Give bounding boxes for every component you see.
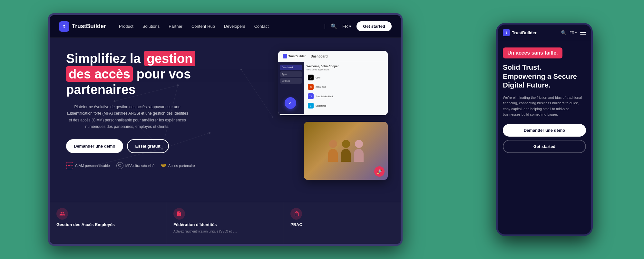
badge-partner: 🤝 Accès partenaire [161, 163, 195, 168]
badge-ciam: CIAM CIAM personnalisable [66, 162, 110, 169]
nav-divider: | [324, 24, 326, 29]
person-1 [328, 140, 338, 162]
dashboard-screenshot: TrustBuilder Dashboard Dashboard Apps Se… [278, 51, 388, 115]
ss-header: TrustBuilder Dashboard [278, 51, 388, 62]
ss-app-office: O Office 365 [307, 83, 385, 91]
person-2 [341, 140, 351, 162]
mobile-device: t TrustBuilder 🔍 FR ▾ Un accès sans fail… [496, 23, 593, 236]
hero-left: Simplifiez la gestion des accès pour vos… [66, 51, 259, 237]
handshake-icon: 🤝 [161, 163, 166, 168]
nav-content-hub[interactable]: Content Hub [191, 24, 215, 29]
mobile-started-button[interactable]: Get started [503, 140, 586, 153]
demo-button[interactable]: Demander une démo [66, 139, 123, 153]
mobile-title-line2: Empowering a Secure [503, 72, 577, 80]
badge-ciam-label: CIAM personnalisable [75, 164, 110, 168]
ss-content: Welcome, John Cooper Most used applicati… [304, 62, 388, 114]
menu-bar-3 [580, 34, 586, 35]
person-3 [354, 140, 364, 162]
hero-badges: CIAM CIAM personnalisable 🛡 MFA ultra sé… [66, 162, 252, 169]
app-name-tb: TrustBuilder Bank [316, 95, 333, 98]
hero-description: Plateforme évolutive de gestion des accè… [66, 104, 189, 130]
mobile-title-line1: Solid Trust. [503, 63, 542, 71]
mobile-title-line3: Digital Future. [503, 81, 551, 89]
ss-logo-icon [283, 54, 287, 58]
pbac-icon [290, 208, 302, 220]
hero-buttons: Demander une démo Essai gratuit [66, 139, 252, 153]
ss-app-uber: U Uber [307, 73, 385, 82]
menu-bar-2 [580, 32, 586, 33]
team-screenshot: 🚀 [304, 122, 388, 180]
ss-app-tb: TB TrustBuilder Bank [307, 92, 385, 100]
mobile-highlight-banner: Un accès sans faille. [503, 47, 562, 58]
app-name-office: Office 365 [316, 86, 326, 88]
app-name-uber: Uber [316, 77, 320, 79]
hero-highlight-acces: des accès [66, 66, 133, 82]
nav-contact[interactable]: Contact [254, 24, 269, 29]
mobile-logo[interactable]: t TrustBuilder [503, 29, 558, 36]
mobile-language-selector[interactable]: FR ▾ [570, 31, 577, 35]
ciam-icon: CIAM [66, 162, 73, 169]
laptop-logo[interactable]: t TrustBuilder [59, 21, 106, 32]
hero-highlight-gestion: gestion [144, 51, 195, 66]
search-icon[interactable]: 🔍 [331, 23, 337, 29]
check-button: ✓ [285, 97, 296, 109]
nav-product[interactable]: Product [119, 24, 133, 29]
laptop-navbar: t TrustBuilder Product Solutions Partner… [50, 15, 401, 38]
mobile-search-icon[interactable]: 🔍 [561, 30, 566, 35]
card-pbac: PBAC [284, 202, 401, 244]
ss-sidebar-settings: Settings [280, 78, 302, 84]
badge-mfa: 🛡 MFA ultra sécurisé [116, 162, 154, 169]
card-pbac-title: PBAC [290, 222, 394, 227]
ss-dashboard-title: Dashboard [311, 55, 327, 58]
app-icon-uber: U [308, 75, 314, 80]
mobile-logo-icon: t [503, 29, 510, 36]
hero-title-prefix: Simplifiez la [66, 51, 144, 66]
ss-sidebar-apps: Apps [280, 71, 302, 77]
shield-icon: 🛡 [116, 162, 123, 169]
logo-icon: t [59, 21, 69, 32]
get-started-button[interactable]: Get started [356, 21, 392, 31]
hero-title-pour: pour vos [133, 67, 191, 81]
mobile-nav-icons: 🔍 FR ▾ [561, 30, 586, 35]
mobile-description: We're eliminating the friction and bias … [503, 95, 586, 118]
nav-right: | 🔍 FR ▾ Get started [324, 21, 392, 31]
badge-partner-label: Accès partenaire [168, 164, 195, 168]
rocket-icon: 🚀 [374, 166, 385, 177]
nav-partner[interactable]: Partner [169, 24, 182, 29]
badge-mfa-label: MFA ultra sécurisé [125, 164, 154, 168]
app-name-sf: Salesforce [316, 105, 326, 107]
ss-welcome: Welcome, John Cooper [307, 65, 385, 68]
ss-logo: TrustBuilder [283, 54, 306, 58]
nav-links: Product Solutions Partner Content Hub De… [119, 24, 324, 29]
mobile-title: Solid Trust. Empowering a Secure Digital… [503, 63, 586, 90]
mobile-navbar: t TrustBuilder 🔍 FR ▾ [498, 25, 591, 41]
nav-developers[interactable]: Developers [224, 24, 245, 29]
ss-section-title: Most used applications [307, 68, 385, 71]
mobile-hero: Un accès sans faille. Solid Trust. Empow… [498, 41, 591, 160]
team-image: 🚀 [304, 122, 388, 180]
app-icon-office: O [308, 84, 314, 90]
language-selector[interactable]: FR ▾ [342, 24, 351, 29]
mobile-logo-text: TrustBuilder [512, 30, 537, 35]
mobile-demo-button[interactable]: Demander une démo [503, 124, 586, 137]
ss-app-sf: S Salesforce [307, 101, 385, 110]
ss-sidebar-dashboard: Dashboard [280, 65, 302, 70]
menu-bar-1 [580, 31, 586, 31]
scene: t TrustBuilder Product Solutions Partner… [32, 7, 612, 252]
app-icon-sf: S [308, 103, 314, 109]
hamburger-menu-icon[interactable] [580, 31, 586, 35]
hero-title-partenaires: partenaires [66, 82, 136, 97]
laptop-device: t TrustBuilder Product Solutions Partner… [48, 13, 403, 246]
ss-logo-text: TrustBuilder [288, 55, 306, 58]
nav-solutions[interactable]: Solutions [142, 24, 160, 29]
trial-button[interactable]: Essai gratuit [127, 139, 169, 153]
app-icon-tb: TB [308, 93, 314, 99]
hero-title: Simplifiez la gestion des accès pour vos… [66, 51, 252, 97]
logo-text: TrustBuilder [72, 23, 106, 30]
